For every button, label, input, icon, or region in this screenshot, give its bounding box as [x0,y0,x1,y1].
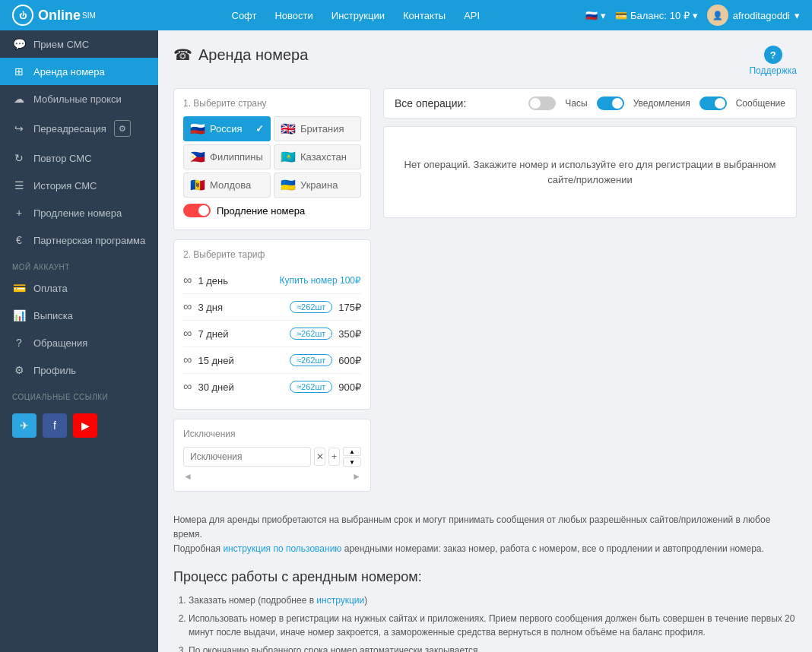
nav-news[interactable]: Новости [274,10,312,21]
nav-instructions[interactable]: Инструкции [331,10,385,21]
telegram-button[interactable]: ✈ [12,413,36,438]
instruction-link[interactable]: инструкция по пользованию [223,543,341,554]
country-grid: 🇷🇺 Россия ✓ 🇬🇧 Британия 🇵🇭 Филиппины [183,116,361,198]
country-russia[interactable]: 🇷🇺 Россия ✓ [183,116,271,141]
sidebar-item-rent-number[interactable]: ⊞ Аренда номера [0,58,158,85]
message-toggle[interactable] [699,97,727,110]
inf-icon-3: ∞ [183,327,192,340]
philippines-flag: 🇵🇭 [190,150,205,164]
message-toggle-knob [715,98,725,109]
exclusions-clear-button[interactable]: ✕ [314,448,325,466]
sidebar-label-extend-number: Продление номера [33,207,122,219]
title-icon: ☎ [173,46,192,64]
country-philippines[interactable]: 🇵🇭 Филиппины [183,144,271,169]
support-label: Поддержка [749,65,797,76]
tariff-buy-1day[interactable]: Купить номер 100₽ [279,275,361,286]
main-content: ☎ Аренда номера ? Поддержка 1. Выберите … [158,30,812,652]
scroll-left[interactable]: ◄ [183,471,192,482]
sidebar-item-extend-number[interactable]: + Продление номера [0,199,158,226]
youtube-button[interactable]: ▶ [73,413,97,438]
country-ukraine[interactable]: 🇺🇦 Украина [274,172,361,198]
sidebar-label-sms-repeat: Повтор СМС [33,153,92,164]
info-text2-after: арендными номерами: заказ номер, работа … [341,543,763,554]
social-links: ✈ f ▶ [0,404,158,447]
process-step-1: Заказать номер (подробнее в инструкции) [189,593,797,607]
info-section: Номера для аренды приобретаются на выбра… [173,513,797,652]
tariff-selection-card: 2. Выберите тариф ∞ 1 день Купить номер … [173,239,371,410]
sidebar-item-sms-history[interactable]: ☰ История СМС [0,172,158,199]
facebook-button[interactable]: f [43,413,67,438]
top-navigation: ⏻ Online SIM Софт Новости Инструкции Кон… [0,0,812,30]
user-menu[interactable]: 👤 afroditagoddi ▾ [707,5,800,26]
sidebar-item-sms-repeat[interactable]: ↻ Повтор СМС [0,144,158,172]
sidebar-item-forwarding[interactable]: ↪ Переадресация ⚙ [0,112,158,144]
sidebar-label-statement: Выписка [33,310,73,321]
step1-link[interactable]: инструкции [316,595,364,606]
language-selector[interactable]: 🇷🇺 ▾ [585,10,606,21]
page-title: ☎ Аренда номера [173,46,308,64]
exclusions-input[interactable] [183,447,311,467]
page-header: ☎ Аренда номера ? Поддержка [173,46,797,76]
ukraine-flag: 🇺🇦 [281,178,296,192]
step1-text-after: ) [364,595,367,606]
sidebar-item-partner[interactable]: € Партнерская программа [0,226,158,254]
logo-text: Online [38,8,81,24]
logo[interactable]: ⏻ Online SIM [12,5,96,26]
country-moldova[interactable]: 🇲🇩 Молдова [183,172,271,198]
sidebar-item-sms-receive[interactable]: 💬 Прием СМС [0,30,158,58]
nav-links: Софт Новости Инструкции Контакты API [126,10,585,21]
tariff-badge-4[interactable]: ≈262шт [290,354,332,366]
nav-soft[interactable]: Софт [232,10,257,21]
title-text: Аренда номера [198,46,308,64]
tariff-days-4: 15 дней [198,355,290,366]
country-britain[interactable]: 🇬🇧 Британия [274,116,361,141]
scroll-down[interactable]: ▼ [343,457,361,467]
sms-receive-icon: 💬 [12,38,26,50]
country-selection-card: 1. Выберите страну 🇷🇺 Россия ✓ 🇬🇧 Британ… [173,88,371,230]
info-text2-before: Подробная [173,543,223,554]
philippines-label: Филиппины [210,151,263,163]
russia-label: Россия [210,123,243,135]
notifications-toggle[interactable] [597,97,624,110]
exclusions-card: Исключения ✕ + ▲ ▼ ◄ ► [173,419,371,492]
sidebar-label-profile: Профиль [33,365,76,376]
all-ops-label: Все операции: [395,97,466,109]
top-right: 🇷🇺 ▾ 💳 Баланс: 10 ₽ ▾ 👤 afroditagoddi ▾ [585,5,800,26]
tariff-badge-3[interactable]: ≈262шт [290,328,332,340]
info-text-2: Подробная инструкция по пользованию арен… [173,542,797,556]
sidebar-item-mobile-proxy[interactable]: ☁ Мобильные прокси [0,85,158,112]
hours-label: Часы [565,98,587,109]
right-panel: Все операции: Часы Уведомления Сообщение [383,88,797,501]
tariff-badge-5[interactable]: ≈262шт [290,381,332,393]
balance-value: 10 ₽ [670,10,690,21]
tickets-icon: ? [12,337,26,349]
sidebar-label-forwarding: Переадресация [33,123,106,135]
sidebar-item-tickets[interactable]: ? Обращения [0,329,158,356]
exclusions-add-button[interactable]: + [328,448,340,466]
nav-contacts[interactable]: Контакты [403,10,446,21]
hours-toggle[interactable] [528,97,556,110]
mobile-proxy-icon: ☁ [12,93,26,105]
sidebar-item-profile[interactable]: ⚙ Профиль [0,356,158,384]
nav-api[interactable]: API [464,10,480,21]
tariff-badge-2[interactable]: ≈262шт [290,301,332,313]
forwarding-icon: ↪ [12,122,26,135]
notifications-label: Уведомления [633,98,690,109]
rent-number-icon: ⊞ [12,65,26,78]
scroll-right[interactable]: ► [352,471,361,482]
section2-title: 2. Выберите тариф [183,249,361,260]
sidebar-item-payment[interactable]: 💳 Оплата [0,274,158,302]
sidebar-item-statement[interactable]: 📊 Выписка [0,302,158,329]
country-kazakhstan[interactable]: 🇰🇿 Казахстан [274,144,361,169]
extend-toggle[interactable] [183,204,211,217]
extend-toggle-row: Продление номера [183,198,361,220]
support-button[interactable]: ? Поддержка [749,46,797,76]
info-text-1: Номера для аренды приобретаются на выбра… [173,513,797,542]
extend-label: Продление номера [217,205,305,217]
scroll-up[interactable]: ▲ [343,447,361,456]
forwarding-gear-button[interactable]: ⚙ [114,120,131,137]
sms-history-icon: ☰ [12,179,26,191]
balance-display: 💳 Баланс: 10 ₽ ▾ [615,10,698,21]
tariff-1day: ∞ 1 день Купить номер 100₽ [183,267,361,294]
tariff-days-5: 30 дней [198,381,290,393]
